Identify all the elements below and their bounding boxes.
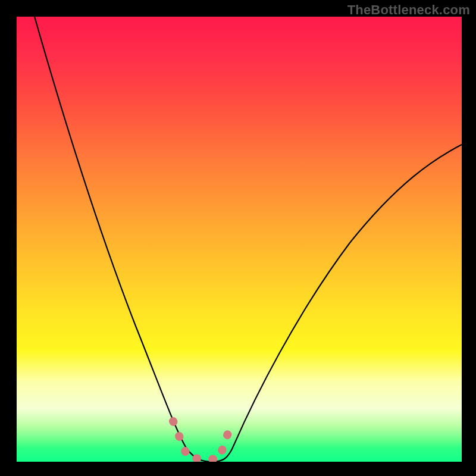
chart-container: TheBottleneck.com bbox=[0, 0, 476, 476]
curve-right-branch bbox=[213, 145, 462, 462]
chart-overlay bbox=[17, 17, 462, 462]
curve-left-branch bbox=[35, 17, 213, 462]
watermark-text: TheBottleneck.com bbox=[347, 2, 470, 18]
